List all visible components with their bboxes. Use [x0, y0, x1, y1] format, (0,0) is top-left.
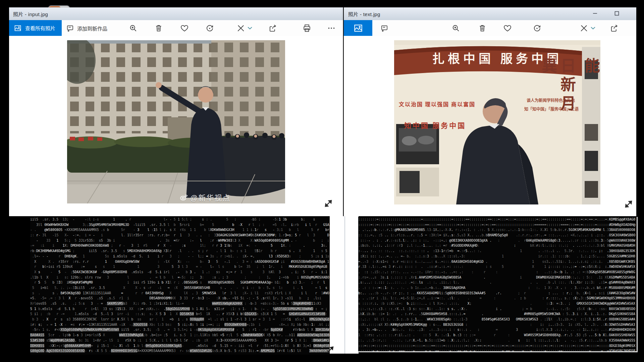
- rotate-button[interactable]: [204, 23, 215, 34]
- edit-create-button[interactable]: [235, 23, 246, 34]
- picture-icon: [353, 23, 363, 33]
- maximize-icon: [614, 11, 619, 16]
- print-icon: [302, 23, 312, 33]
- view-all-photos-button[interactable]: 查看所有照片: [9, 20, 62, 36]
- favorite-button[interactable]: [179, 23, 190, 34]
- add-to-creation-button[interactable]: [379, 23, 390, 34]
- picture-icon: [14, 24, 22, 32]
- add-to-creation-button[interactable]: [65, 23, 75, 34]
- maximize-button[interactable]: [611, 9, 623, 18]
- rotate-icon: [205, 23, 214, 33]
- window-title: 照片 - text.jpg: [348, 10, 380, 17]
- more-options-button[interactable]: [326, 23, 337, 34]
- edit-create-icon: [579, 23, 589, 33]
- view-all-photos-label: 查看所有照片: [25, 24, 55, 32]
- minimize-button[interactable]: [589, 9, 601, 18]
- titlebar[interactable]: 照片 - text.jpg: [344, 7, 636, 20]
- edit-create-dropdown[interactable]: [589, 23, 597, 34]
- photos-window-input: 照片 - input.jpg 查看所有照片 添加到新作品: [9, 7, 343, 216]
- window-title: 照片 - input.jpg: [13, 10, 48, 17]
- zoom-button[interactable]: [128, 23, 139, 34]
- toolbar: [344, 20, 636, 36]
- trash-icon: [154, 24, 163, 33]
- heart-icon: [180, 23, 189, 33]
- ascii-art-input: iil5 .sr. 3.5 13; - -:l :-s 1 . r l- - 5…: [30, 217, 330, 355]
- photo-text: 扎根中国 服务中国 文以治国 理以强国 商以富国 知中国 服务中国 谈人为新闻学…: [394, 40, 600, 204]
- rotate-button[interactable]: [532, 23, 542, 34]
- share-button[interactable]: [267, 23, 278, 34]
- share-icon: [268, 23, 277, 33]
- resize-arrow[interactable]: [623, 198, 634, 211]
- chevron-down-icon: [591, 26, 595, 30]
- share-button[interactable]: [609, 23, 620, 34]
- edit-create-button[interactable]: [579, 23, 589, 34]
- desktop: 照片 - input.jpg 查看所有照片 添加到新作品: [0, 0, 644, 362]
- chevron-down-icon: [248, 26, 252, 30]
- window-gap: [330, 216, 359, 354]
- favorite-button[interactable]: [502, 23, 513, 34]
- heart-icon: [503, 23, 512, 33]
- resize-arrow[interactable]: [323, 198, 334, 210]
- titlebar[interactable]: 照片 - input.jpg: [9, 7, 343, 20]
- share-icon: [609, 23, 619, 33]
- zoom-button[interactable]: [450, 23, 461, 34]
- delete-button[interactable]: [477, 23, 488, 34]
- add-to-creation-icon: [380, 24, 389, 33]
- print-button[interactable]: [302, 23, 312, 34]
- resize-arrow[interactable]: [326, 345, 335, 355]
- toolbar: 查看所有照片 添加到新作品: [9, 20, 343, 36]
- photo-input: @新华视点: [67, 40, 285, 203]
- minimize-icon: [593, 11, 597, 16]
- ellipsis-icon: [327, 24, 336, 33]
- trash-icon: [478, 24, 487, 33]
- photos-window-text: 照片 - text.jpg: [344, 7, 636, 216]
- ascii-art-text: :::::::::=:::::::::::::::::::::=::::::::…: [358, 217, 638, 352]
- zoom-icon: [451, 23, 461, 33]
- edit-create-dropdown[interactable]: [246, 23, 254, 34]
- view-all-photos-button[interactable]: [344, 20, 372, 36]
- delete-button[interactable]: [153, 23, 164, 34]
- window-border: [344, 216, 345, 354]
- rotate-icon: [532, 23, 542, 33]
- add-to-creation-label[interactable]: 添加到新作品: [77, 25, 107, 32]
- add-to-creation-icon: [66, 24, 74, 33]
- edit-create-icon: [236, 23, 246, 33]
- zoom-icon: [128, 23, 138, 33]
